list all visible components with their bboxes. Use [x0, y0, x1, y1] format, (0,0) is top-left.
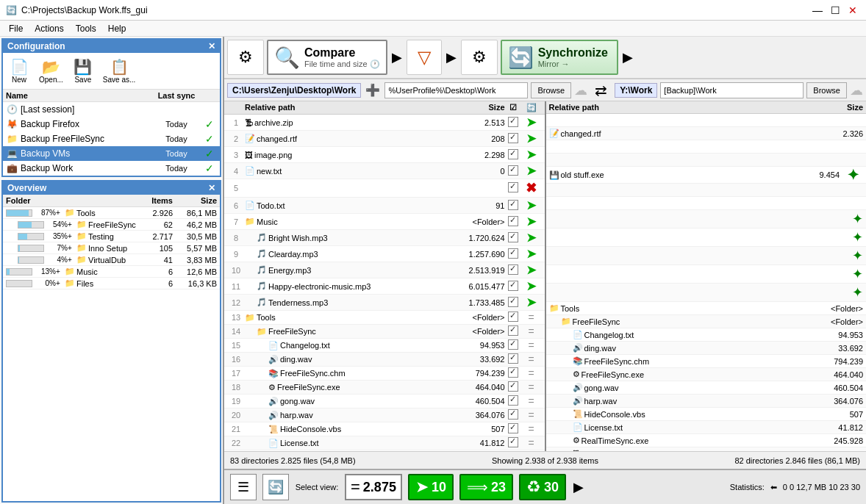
minimize-btn[interactable]: —	[810, 3, 825, 18]
left-check-9[interactable]	[505, 248, 521, 260]
settings-right-btn[interactable]: ⚙	[461, 40, 498, 75]
right-row-14[interactable]: 📁FreeFileSync <Folder>	[546, 315, 867, 328]
left-check-20[interactable]	[505, 409, 521, 421]
left-row-15[interactable]: 15 📄Changelog.txt 94.953 =	[224, 339, 545, 353]
right-row-6[interactable]	[546, 184, 867, 197]
left-row-9[interactable]: 9 🎵Clearday.mp3 1.257.690 ➤	[224, 246, 545, 262]
left-row-3[interactable]: 3 🖼image.png 2.298 ➤	[224, 147, 545, 163]
left-check-3[interactable]	[505, 149, 521, 161]
right-row-4[interactable]	[546, 154, 867, 167]
left-row-7[interactable]: 7 📁Music <Folder> ➤	[224, 214, 545, 230]
left-row-1[interactable]: 1 🗜archive.zip 2.513 ➤	[224, 115, 545, 131]
left-row-14[interactable]: 14 📁FreeFileSync <Folder> =	[224, 325, 545, 339]
left-row-11[interactable]: 11 🎵Happy-electronic-music.mp3 6.015.477…	[224, 278, 545, 295]
arrow-count-btn[interactable]: ➤ 10	[408, 474, 454, 500]
right-row-18[interactable]: ⚙FreeFileSync.exe 464.040	[546, 368, 867, 381]
left-check-5[interactable]	[505, 182, 521, 194]
vdub-expand[interactable]: +	[68, 256, 76, 264]
right-path-input[interactable]	[660, 82, 804, 98]
right-row-23[interactable]: ⚙RealTimeSync.exe 245.928	[546, 434, 867, 447]
left-check-17[interactable]	[505, 367, 521, 379]
saveas-button[interactable]: 📋 Save as...	[99, 56, 139, 86]
new-button[interactable]: 📄 New	[6, 56, 32, 86]
config-item-session[interactable]: 🕐 [Last session]	[3, 102, 220, 117]
left-row-18[interactable]: 18 ⚙FreeFileSync.exe 464.040 =	[224, 381, 545, 395]
compare-arrow[interactable]: ▶	[390, 48, 404, 67]
right-row-7[interactable]	[546, 197, 867, 210]
left-check-2[interactable]	[505, 133, 521, 145]
right-row-12[interactable]: ✦	[546, 284, 867, 302]
bottom-arrow[interactable]: ▶	[572, 478, 585, 497]
right-row-10[interactable]: ✦	[546, 247, 867, 265]
right-row-11[interactable]: ✦	[546, 265, 867, 284]
left-check-4[interactable]	[505, 165, 521, 177]
left-check-19[interactable]	[505, 395, 521, 407]
close-btn[interactable]: ✕	[845, 3, 860, 18]
left-check-11[interactable]	[505, 281, 521, 292]
left-check-10[interactable]	[505, 264, 521, 276]
left-row-10[interactable]: 10 🎵Energy.mp3 2.513.919 ➤	[224, 262, 545, 278]
menu-actions[interactable]: Actions	[29, 22, 69, 35]
tools-expand[interactable]: +	[56, 209, 65, 217]
sync-arrow[interactable]: ▶	[621, 48, 634, 67]
sync-view-btn[interactable]: 🔄	[262, 474, 289, 500]
left-path-input[interactable]	[384, 82, 528, 98]
right-row-21[interactable]: 📜HideConsole.vbs 507	[546, 408, 867, 421]
left-row-13[interactable]: 13 📁Tools <Folder> =	[224, 311, 545, 325]
left-add-btn[interactable]: ➕	[364, 82, 382, 98]
left-row-17[interactable]: 17 📚FreeFileSync.chm 794.239 =	[224, 367, 545, 381]
right-row-22[interactable]: 📄License.txt 41.812	[546, 421, 867, 434]
filter-arrow[interactable]: ▶	[445, 48, 458, 67]
config-item-vms[interactable]: 💻 Backup VMs Today ✓	[3, 146, 220, 161]
left-row-6[interactable]: 6 📄Todo.txt 91 ➤	[224, 198, 545, 214]
open-button[interactable]: 📂 Open...	[35, 56, 67, 86]
left-check-15[interactable]	[505, 339, 521, 351]
right-row-2[interactable]: 📝changed.rtf 2.326	[546, 127, 867, 140]
list-view-btn[interactable]: ☰	[230, 474, 257, 500]
right-row-17[interactable]: 📚FreeFileSync.chm 794.239	[546, 355, 867, 368]
config-close[interactable]: ✕	[208, 41, 215, 51]
left-row-2[interactable]: 2 📝changed.rtf 208 ➤	[224, 131, 545, 147]
left-row-8[interactable]: 8 🎵Bright Wish.mp3 1.720.624 ➤	[224, 230, 545, 246]
menu-help[interactable]: Help	[102, 22, 132, 35]
right-browse-btn[interactable]: Browse	[806, 82, 847, 98]
left-check-21[interactable]	[505, 423, 521, 435]
sync-button[interactable]: 🔄 Synchronize Mirror →	[501, 40, 618, 75]
recycle-count-btn[interactable]: ♻ 30	[519, 474, 566, 500]
left-row-19[interactable]: 19 🔊gong.wav 460.504 =	[224, 395, 545, 408]
left-check-16[interactable]	[505, 353, 521, 365]
right-row-15[interactable]: 📄Changelog.txt 94.953	[546, 328, 867, 342]
right-row-20[interactable]: 🔊harp.wav 364.076	[546, 395, 867, 408]
left-check-18[interactable]	[505, 381, 521, 393]
left-row-12[interactable]: 12 🎵Tenderness.mp3 1.733.485 ➤	[224, 295, 545, 311]
music-expand[interactable]: +	[56, 267, 65, 276]
right-row-13[interactable]: 📁Tools <Folder>	[546, 302, 867, 315]
right-row-1[interactable]	[546, 114, 867, 127]
left-row-16[interactable]: 16 🔊ding.wav 33.692 =	[224, 353, 545, 367]
left-check-6[interactable]	[505, 200, 521, 212]
filter-button[interactable]: ▽	[407, 40, 442, 75]
left-check-1[interactable]	[505, 117, 521, 129]
testing-expand[interactable]: +	[68, 232, 76, 240]
left-row-4[interactable]: 4 📄new.txt 0 ➤	[224, 163, 545, 179]
left-browse-btn[interactable]: Browse	[531, 82, 571, 98]
right-row-16[interactable]: 🔊ding.wav 33.692	[546, 342, 867, 355]
config-item-work[interactable]: 💼 Backup Work Today ✓	[3, 161, 220, 176]
left-check-14[interactable]	[505, 325, 521, 337]
compare-button[interactable]: 🔍 Compare File time and size 🕐	[267, 40, 387, 75]
left-row-21[interactable]: 21 📜HideConsole.vbs 507 =	[224, 422, 545, 436]
menu-file[interactable]: File	[3, 22, 29, 35]
inno-expand[interactable]: +	[68, 244, 76, 252]
right-row-19[interactable]: 🔊gong.wav 460.504	[546, 381, 867, 395]
files-expand[interactable]: +	[56, 279, 65, 287]
right-row-9[interactable]: ✦	[546, 228, 867, 247]
left-check-12[interactable]	[505, 297, 521, 309]
left-check-8[interactable]	[505, 232, 521, 244]
equal-count-btn[interactable]: = 2.875	[345, 474, 402, 500]
left-check-13[interactable]	[505, 312, 521, 323]
config-item-ffs[interactable]: 📁 Backup FreeFileSync Today ✓	[3, 132, 220, 146]
left-check-22[interactable]	[505, 437, 521, 449]
right-row-3[interactable]	[546, 140, 867, 154]
overview-close[interactable]: ✕	[208, 183, 215, 193]
swap-paths-btn[interactable]: ⇄	[593, 80, 609, 101]
